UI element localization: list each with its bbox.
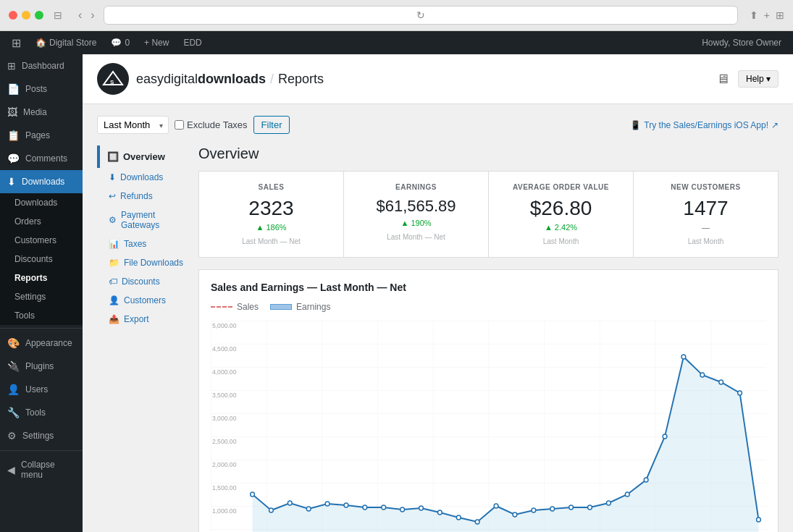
browser-grid-btn[interactable]: ⊞ (776, 9, 784, 21)
reports-nav-file-downloads[interactable]: 📁 File Downloads (97, 253, 198, 272)
page-header: S easydigitaldownloads / Reports 🖥 Help … (83, 54, 793, 104)
reports-nav-taxes[interactable]: 📊 Taxes (97, 235, 198, 253)
reports-layout: 🔲 Overview ⬇ Downloads ↩ Refunds ⚙ Payme… (97, 145, 779, 532)
admin-bar-howdy[interactable]: Howdy, Store Owner (696, 38, 787, 48)
svg-point-36 (644, 478, 648, 482)
sidebar-sub-settings[interactable]: Settings (0, 287, 83, 306)
sidebar-item-settings[interactable]: ⚙ Settings (0, 424, 83, 447)
sidebar-item-dashboard[interactable]: ⊞ Dashboard (0, 54, 83, 77)
browser-back-btn[interactable]: ‹ (75, 7, 85, 23)
sidebar-sub-tools[interactable]: Tools (0, 306, 83, 325)
chart-svg: 5,000.00 4,500.00 4,000.00 3,500.00 3,00… (211, 321, 766, 532)
ios-app-link[interactable]: 📱 Try the Sales/Earnings iOS App! ↗ (630, 120, 779, 130)
nav-file-downloads-label: File Downloads (124, 258, 183, 268)
sidebar-item-posts[interactable]: 📄 Posts (0, 77, 83, 101)
appearance-icon: 🎨 (7, 337, 20, 349)
collapse-icon: ◀ (7, 464, 15, 476)
sidebar-sub-reports[interactable]: Reports (0, 269, 83, 287)
stat-customers-value: 1477 (645, 197, 766, 220)
sidebar-item-comments[interactable]: 💬 Comments (0, 147, 83, 170)
admin-bar-comments[interactable]: 💬 0 (105, 31, 135, 54)
browser-url-bar[interactable]: ↻ (104, 6, 738, 25)
filter-button[interactable]: Filter (253, 116, 290, 134)
admin-bar-edd[interactable]: EDD (177, 31, 207, 54)
period-filter[interactable]: Last Month This Month Last Year This Yea… (97, 116, 169, 134)
monitor-icon: 🖥 (716, 72, 729, 87)
reports-nav-refunds[interactable]: ↩ Refunds (97, 187, 198, 206)
sidebar-label-media: Media (23, 107, 47, 117)
wp-content: ⊞ Dashboard 📄 Posts 🖼 Media 📋 Pages 💬 Co… (0, 54, 793, 532)
browser-nav: ‹ › (75, 7, 98, 23)
reports-nav-export[interactable]: 📤 Export (97, 310, 198, 329)
filters-bar: Last Month This Month Last Year This Yea… (97, 116, 779, 134)
browser-collapse-btn[interactable]: ⊟ (49, 8, 67, 22)
page-brand: easydigitaldownloads (136, 72, 266, 87)
nav-payment-icon: ⚙ (109, 215, 117, 225)
dashboard-icon: ⊞ (7, 60, 16, 72)
nav-discounts-icon: 🏷 (109, 276, 117, 287)
nav-export-icon: 📤 (109, 314, 119, 324)
nav-downloads-label: Downloads (120, 172, 163, 182)
browser-share-btn[interactable]: ⬆ (750, 9, 758, 21)
svg-point-26 (456, 515, 461, 520)
comments-icon: 💬 (7, 153, 20, 164)
media-icon: 🖼 (7, 106, 17, 118)
sidebar-collapse[interactable]: ◀ Collapse menu (0, 454, 83, 486)
sidebar-sub-orders[interactable]: Orders (0, 212, 83, 231)
admin-bar-comments-count: 0 (125, 31, 130, 54)
admin-bar-site-name: Digital Store (49, 31, 96, 54)
browser-newtab-btn[interactable]: + (764, 9, 770, 21)
sidebar-item-media[interactable]: 🖼 Media (0, 101, 83, 124)
legend-earnings-bar (270, 304, 292, 310)
svg-point-42 (757, 518, 761, 522)
ios-icon: 📱 (630, 120, 641, 130)
sidebar-sub-discounts[interactable]: Discounts (0, 250, 83, 269)
chart-section: Sales and Earnings — Last Month — Net Sa… (198, 269, 779, 532)
svg-text:2,000.00: 2,000.00 (212, 461, 237, 468)
svg-point-41 (738, 391, 742, 395)
stat-card-aov: AVERAGE ORDER VALUE $26.80 ▲ 2.42% Last … (489, 172, 633, 257)
overview-nav-label: Overview (123, 151, 165, 162)
browser-maximize-dot[interactable] (35, 11, 43, 20)
exclude-taxes-checkbox[interactable] (175, 120, 184, 130)
page-logo: S easydigitaldownloads / Reports (97, 63, 324, 95)
svg-point-23 (400, 507, 405, 512)
sidebar-label-posts: Posts (25, 84, 47, 94)
nav-file-downloads-icon: 📁 (109, 258, 119, 268)
browser-dots (9, 11, 43, 20)
sidebar-label-dashboard: Dashboard (22, 61, 64, 71)
stat-earnings-change: ▲ 190% (356, 219, 477, 227)
sidebar-item-appearance[interactable]: 🎨 Appearance (0, 332, 83, 355)
browser-close-dot[interactable] (9, 11, 17, 20)
sidebar-sub-customers[interactable]: Customers (0, 231, 83, 250)
browser-minimize-dot[interactable] (22, 11, 30, 20)
overview-nav-icon: 🔲 (107, 151, 119, 162)
svg-point-40 (719, 380, 723, 384)
admin-bar-site[interactable]: 🏠 Digital Store (30, 31, 102, 54)
page-title: easydigitaldownloads / Reports (136, 72, 324, 87)
sidebar-item-pages[interactable]: 📋 Pages (0, 124, 83, 147)
stat-card-customers: NEW CUSTOMERS 1477 — Last Month (634, 172, 778, 257)
stats-grid: SALES 2323 ▲ 186% Last Month — Net EARNI… (198, 171, 779, 258)
stat-sales-label: SALES (211, 183, 332, 191)
sidebar-downloads-submenu: Downloads Orders Customers Discounts Rep… (0, 193, 83, 325)
reports-nav-downloads[interactable]: ⬇ Downloads (97, 168, 198, 187)
admin-bar-new[interactable]: + New (138, 31, 175, 54)
sidebar-item-users[interactable]: 👤 Users (0, 378, 83, 401)
wp-logo[interactable]: ⊞ (6, 36, 27, 50)
sidebar-sub-downloads[interactable]: Downloads (0, 193, 83, 212)
browser-forward-btn[interactable]: › (88, 7, 97, 23)
sidebar-item-plugins[interactable]: 🔌 Plugins (0, 355, 83, 378)
svg-point-32 (569, 505, 574, 510)
chart-legend: Sales Earnings (211, 302, 766, 312)
sidebar-item-downloads[interactable]: ⬇ Downloads (0, 170, 83, 193)
reports-nav-overview[interactable]: 🔲 Overview (97, 145, 198, 168)
browser-refresh-btn[interactable]: ↻ (416, 9, 425, 21)
reports-nav-customers[interactable]: 👤 Customers (97, 291, 198, 310)
help-button[interactable]: Help ▾ (738, 70, 779, 88)
sidebar-item-tools[interactable]: 🔧 Tools (0, 401, 83, 424)
exclude-taxes-checkbox-label[interactable]: Exclude Taxes (175, 119, 248, 130)
reports-nav-payment-gateways[interactable]: ⚙ Payment Gateways (97, 206, 198, 235)
sidebar-label-downloads: Downloads (22, 177, 64, 187)
reports-nav-discounts[interactable]: 🏷 Discounts (97, 272, 198, 291)
